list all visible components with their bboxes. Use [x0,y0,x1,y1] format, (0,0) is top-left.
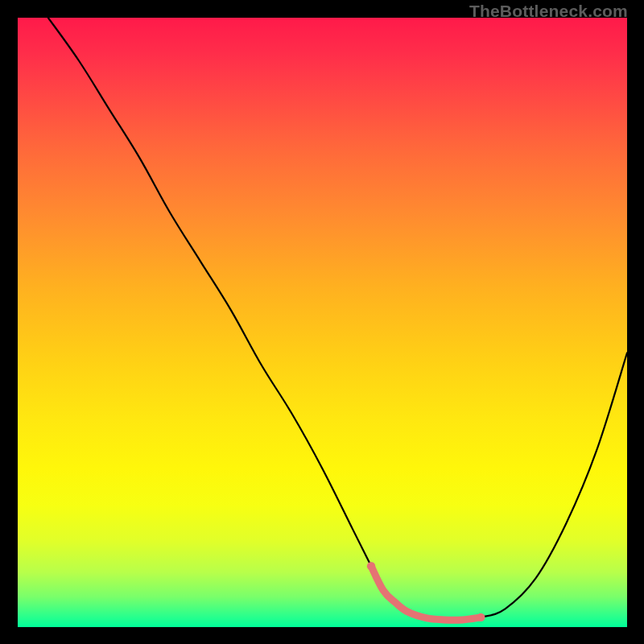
highlight-start-dot [367,562,375,570]
curve-svg [18,18,627,627]
highlight-end-dot [477,613,485,621]
plot-area [18,18,627,627]
chart-container: TheBottleneck.com [0,0,644,644]
highlight-segment [371,566,481,620]
bottleneck-curve [48,18,627,620]
